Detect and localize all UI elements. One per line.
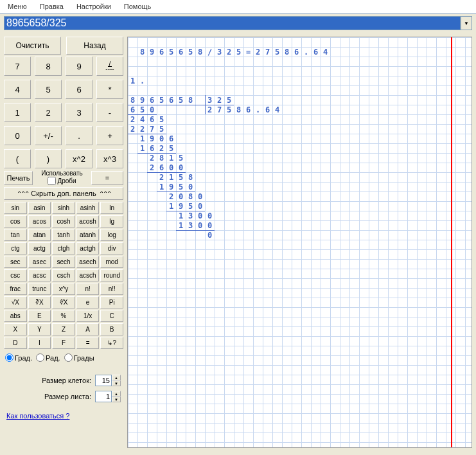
key-lparen[interactable]: (	[4, 149, 31, 168]
sci-key-asinh[interactable]: asinh	[76, 202, 100, 214]
key-fraction[interactable]: /----	[96, 57, 123, 76]
sci-key-acosh[interactable]: acosh	[76, 215, 100, 228]
sci-key-atanh[interactable]: atanh	[76, 229, 100, 241]
sci-key-Z[interactable]: Z	[52, 323, 75, 335]
sci-key-tan[interactable]: tan	[4, 229, 27, 241]
sci-key-frac[interactable]: frac	[4, 283, 27, 295]
sci-key-Y[interactable]: Y	[28, 323, 51, 335]
grid-cell: 1	[137, 134, 147, 143]
sci-key-X[interactable]: X	[4, 323, 27, 335]
sci-key-xy[interactable]: x^y	[52, 283, 75, 295]
sci-key-B[interactable]: B	[100, 323, 123, 335]
grid-cell: 2	[224, 47, 234, 57]
sci-key-Pi[interactable]: Pi	[100, 296, 123, 308]
menu-edit[interactable]: Правка	[35, 1, 69, 12]
key-9[interactable]: 9	[66, 57, 93, 76]
sci-key-abs[interactable]: abs	[4, 310, 27, 322]
sci-key-X[interactable]: ∜X	[52, 296, 75, 308]
sci-key-[interactable]: %	[52, 310, 75, 322]
sci-key-acsc[interactable]: acsc	[28, 269, 51, 281]
key-minus[interactable]: -	[96, 103, 123, 122]
menu-settings[interactable]: Настройки	[71, 1, 116, 12]
key-0[interactable]: 0	[4, 126, 31, 145]
sci-key-e[interactable]: e	[76, 296, 100, 308]
menu-menu[interactable]: Меню	[3, 1, 32, 12]
key-plus[interactable]: +	[96, 126, 123, 145]
sci-key-C[interactable]: C	[100, 310, 123, 322]
key-4[interactable]: 4	[4, 80, 31, 99]
how-to-use-link[interactable]: Как пользоваться ?	[4, 406, 123, 426]
sci-key-trunc[interactable]: trunc	[28, 283, 51, 295]
sci-key-n[interactable]: n!	[76, 283, 100, 295]
sci-key-actgh[interactable]: actgh	[76, 242, 100, 254]
sci-key-n[interactable]: n!!	[100, 283, 123, 295]
history-dropdown[interactable]: ▼	[461, 16, 472, 30]
sci-key-ln[interactable]: ln	[100, 202, 123, 214]
key-2[interactable]: 2	[35, 103, 62, 122]
sci-key-mod[interactable]: mod	[100, 256, 123, 268]
sci-key-asec[interactable]: asec	[28, 256, 51, 268]
sci-key-ctgh[interactable]: ctgh	[52, 242, 75, 254]
sci-key-acos[interactable]: acos	[28, 215, 51, 228]
sci-key-cos[interactable]: cos	[4, 215, 27, 228]
sci-key-sech[interactable]: sech	[52, 256, 75, 268]
sci-key-tanh[interactable]: tanh	[52, 229, 75, 241]
sci-key-X[interactable]: √X	[4, 296, 27, 308]
sci-key-ctg[interactable]: ctg	[4, 242, 27, 254]
sci-key-A[interactable]: A	[76, 323, 100, 335]
sheet-size-up[interactable]: ▲	[112, 391, 121, 397]
angle-deg-radio[interactable]	[5, 353, 13, 362]
key-sign[interactable]: +/-	[35, 126, 62, 145]
cell-size-input[interactable]	[95, 375, 112, 386]
cell-size-down[interactable]: ▼	[112, 380, 121, 386]
expression-input[interactable]	[4, 16, 461, 30]
key-x2[interactable]: x^2	[66, 149, 93, 168]
fractions-checkbox[interactable]	[48, 177, 56, 185]
sci-key-acsch[interactable]: acsch	[76, 269, 100, 281]
key-5[interactable]: 5	[35, 80, 62, 99]
clear-button[interactable]: Очистить	[4, 37, 61, 55]
sci-key-E[interactable]: E	[28, 310, 51, 322]
sci-key-atan[interactable]: atan	[28, 229, 51, 241]
sci-key-csc[interactable]: csc	[4, 269, 27, 281]
sci-key-asin[interactable]: asin	[28, 202, 51, 214]
key-3[interactable]: 3	[66, 103, 93, 122]
print-button[interactable]: Печать	[4, 171, 33, 185]
key-multiply[interactable]: *	[96, 80, 123, 99]
sci-key-[interactable]: =	[76, 337, 100, 349]
sci-key-actg[interactable]: actg	[28, 242, 51, 254]
sci-key-sin[interactable]: sin	[4, 202, 27, 214]
key-6[interactable]: 6	[66, 80, 93, 99]
sci-key-1x[interactable]: 1/x	[76, 310, 100, 322]
calculation-grid[interactable]: 8965658/325=27586.641.896565832565027586…	[127, 37, 472, 448]
sci-key-log[interactable]: log	[100, 229, 123, 241]
sci-key-D[interactable]: D	[4, 337, 27, 349]
angle-rad-radio[interactable]	[36, 353, 44, 362]
sci-key-cosh[interactable]: cosh	[52, 215, 75, 228]
key-8[interactable]: 8	[35, 57, 62, 76]
sci-key-csch[interactable]: csch	[52, 269, 75, 281]
sheet-size-input[interactable]	[95, 391, 112, 402]
sci-key-X[interactable]: ∛X	[28, 296, 51, 308]
sci-key-I[interactable]: I	[28, 337, 51, 349]
key-rparen[interactable]: )	[35, 149, 62, 168]
sci-key-[interactable]: ↳?	[100, 337, 123, 349]
sci-key-sec[interactable]: sec	[4, 256, 27, 268]
angle-grad-radio[interactable]	[64, 353, 73, 362]
back-button[interactable]: Назад	[66, 37, 123, 55]
sheet-size-down[interactable]: ▼	[112, 397, 121, 402]
key-dot[interactable]: .	[66, 126, 93, 145]
key-7[interactable]: 7	[4, 57, 31, 76]
menu-help[interactable]: Помощь	[119, 1, 157, 12]
key-x3[interactable]: x^3	[96, 149, 123, 168]
sci-key-sinh[interactable]: sinh	[52, 202, 75, 214]
equals-button[interactable]: =	[91, 171, 123, 185]
sci-key-div[interactable]: div	[100, 242, 123, 254]
toggle-advanced-panel[interactable]: ⌃⌃⌃ Скрыть доп. панель ⌃⌃⌃	[4, 187, 123, 200]
sci-key-lg[interactable]: lg	[100, 215, 123, 228]
sci-key-F[interactable]: F	[52, 337, 75, 349]
sci-key-round[interactable]: round	[100, 269, 123, 281]
key-1[interactable]: 1	[4, 103, 31, 122]
sci-key-asech[interactable]: asech	[76, 256, 100, 268]
cell-size-up[interactable]: ▲	[112, 375, 121, 380]
